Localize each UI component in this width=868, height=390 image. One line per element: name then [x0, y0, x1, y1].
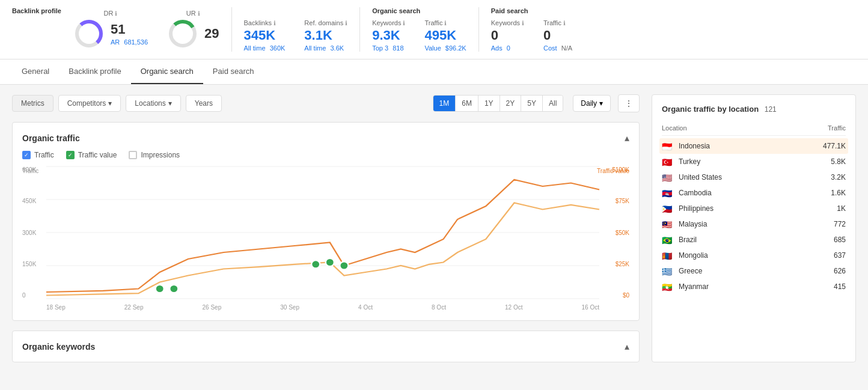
right-panel: Organic traffic by location 121 Location… [652, 94, 856, 362]
interval-button[interactable]: Daily ▾ [573, 95, 611, 112]
location-row-myanmar[interactable]: 🇲🇲 Myanmar 415 [662, 279, 846, 294]
location-name-mongolia: Mongolia [679, 251, 834, 260]
right-panel-title: Organic traffic by location [662, 105, 759, 114]
chart-area: 600K 450K 300K 150K 0 Traffic $100K $75K… [22, 166, 629, 311]
paid-traffic-value: 0 [543, 28, 572, 43]
nav-tabs: General Backlink profile Organic search … [0, 59, 868, 85]
traffic-value-checkbox[interactable]: ✓ [66, 151, 75, 159]
organic-keywords-metric: Keywords ℹ 9.3K Top 3 818 [372, 19, 405, 52]
location-row-us[interactable]: 🇺🇸 United States 3.2K [662, 169, 846, 185]
dr-info-icon[interactable]: ℹ [115, 10, 117, 17]
traffic-checkbox[interactable]: ✓ [22, 151, 31, 159]
ref-domains-metric: Ref. domains ℹ 3.1K All time 3.6K [304, 19, 347, 52]
chart-card: Organic traffic ▴ ✓ Traffic ✓ Traffic va… [12, 122, 640, 321]
location-row-mongolia[interactable]: 🇲🇳 Mongolia 637 [662, 248, 846, 263]
location-row-philippines[interactable]: 🇵🇭 Philippines 1K [662, 201, 846, 216]
impressions-filter[interactable]: Impressions [129, 151, 180, 159]
location-name-philippines: Philippines [679, 204, 837, 213]
right-panel-header: Organic traffic by location 121 [662, 105, 846, 114]
location-count: 121 [765, 105, 777, 114]
time-2y[interactable]: 2Y [500, 96, 522, 111]
top-bar: Backlink profile DR ℹ 51 AR [0, 0, 868, 59]
location-traffic-greece: 626 [834, 267, 846, 275]
location-row-cambodia[interactable]: 🇰🇭 Cambodia 1.6K [662, 185, 846, 201]
ur-info-icon[interactable]: ℹ [198, 10, 200, 17]
location-row-brazil[interactable]: 🇧🇷 Brazil 685 [662, 232, 846, 248]
metrics-button[interactable]: Metrics [12, 95, 53, 112]
left-panel: Metrics Competitors ▾ Locations ▾ Years … [12, 94, 640, 362]
organic-keywords-info-icon[interactable]: ℹ [403, 20, 405, 26]
time-all[interactable]: All [543, 96, 563, 111]
interval-chevron-icon: ▾ [599, 99, 603, 108]
organic-traffic-sub: Value $96.2K [424, 44, 466, 52]
backlinks-info-icon[interactable]: ℹ [274, 20, 276, 26]
y-axis-right-title: Traffic value [597, 168, 629, 174]
location-row-indonesia[interactable]: 🇮🇩 Indonesia 477.1K [659, 138, 848, 154]
backlinks-section: Backlinks ℹ 345K All time 360K Ref. doma… [244, 7, 348, 52]
more-options-button[interactable]: ⋮ [618, 94, 640, 112]
divider-1 [231, 7, 232, 52]
location-table: Location Traffic 🇮🇩 Indonesia 477.1K 🇹🇷 … [662, 121, 846, 294]
flag-us: 🇺🇸 [662, 173, 674, 181]
location-traffic-cambodia: 1.6K [831, 189, 846, 197]
time-1y[interactable]: 1Y [478, 96, 500, 111]
toolbar: Metrics Competitors ▾ Locations ▾ Years … [12, 94, 640, 112]
organic-search-header-section: Organic search Keywords ℹ 9.3K Top 3 818… [372, 7, 466, 52]
organic-keywords-sub: Top 3 818 [372, 44, 405, 52]
y-axis-left: 600K 450K 300K 150K 0 [22, 166, 36, 311]
flag-mongolia: 🇲🇳 [662, 251, 674, 260]
location-row-malaysia[interactable]: 🇲🇾 Malaysia 772 [662, 216, 846, 232]
impressions-checkbox[interactable] [129, 151, 137, 159]
chart-filters: ✓ Traffic ✓ Traffic value Impressions [22, 151, 629, 159]
competitors-chevron-icon: ▾ [108, 99, 112, 108]
svg-point-9 [156, 285, 164, 293]
keywords-header: Organic keywords ▴ [22, 341, 629, 352]
collapse-chart-button[interactable]: ▴ [625, 132, 629, 144]
location-row-turkey[interactable]: 🇹🇷 Turkey 5.8K [662, 154, 846, 169]
traffic-filter[interactable]: ✓ Traffic [22, 151, 54, 159]
paid-traffic-sub: Cost N/A [543, 44, 572, 52]
paid-keywords-sub: Ads 0 [491, 44, 524, 52]
time-5y[interactable]: 5Y [521, 96, 543, 111]
paid-search-title: Paid search [491, 7, 572, 14]
organic-traffic-info-icon[interactable]: ℹ [444, 20, 447, 26]
flag-turkey: 🇹🇷 [662, 157, 674, 166]
years-button[interactable]: Years [186, 95, 222, 112]
flag-cambodia: 🇰🇭 [662, 189, 674, 197]
location-traffic-mongolia: 637 [834, 251, 846, 260]
location-traffic-malaysia: 772 [834, 220, 846, 228]
location-name-malaysia: Malaysia [679, 220, 834, 228]
time-6m[interactable]: 6M [456, 96, 478, 111]
location-traffic-us: 3.2K [831, 173, 846, 181]
ur-metric: UR ℹ 29 [167, 10, 219, 49]
paid-keywords-info-icon[interactable]: ℹ [522, 20, 524, 26]
tab-paid-search[interactable]: Paid search [203, 59, 264, 84]
locations-button[interactable]: Locations ▾ [126, 95, 180, 112]
location-name-brazil: Brazil [679, 236, 834, 244]
backlinks-sub: All time 360K [244, 44, 286, 52]
time-1m[interactable]: 1M [433, 96, 456, 111]
location-row-greece[interactable]: 🇬🇷 Greece 626 [662, 263, 846, 279]
x-axis-labels: 18 Sep 22 Sep 26 Sep 30 Sep 4 Oct 8 Oct … [46, 304, 599, 311]
chart-header: Organic traffic ▴ [22, 132, 629, 144]
traffic-value-filter[interactable]: ✓ Traffic value [66, 151, 117, 159]
collapse-keywords-button[interactable]: ▴ [625, 341, 629, 352]
location-name-myanmar: Myanmar [679, 282, 834, 291]
competitors-button[interactable]: Competitors ▾ [58, 95, 121, 112]
location-name-cambodia: Cambodia [679, 189, 831, 197]
tab-general[interactable]: General [12, 59, 59, 84]
section-title-backlink: Backlink profile [12, 7, 61, 14]
flag-indonesia: 🇮🇩 [662, 142, 674, 150]
svg-point-13 [340, 261, 348, 269]
ref-domains-info-icon[interactable]: ℹ [345, 20, 347, 26]
tab-organic-search[interactable]: Organic search [131, 59, 203, 84]
tab-backlink-profile[interactable]: Backlink profile [59, 59, 130, 84]
paid-traffic-metric: Traffic ℹ 0 Cost N/A [543, 19, 572, 52]
organic-traffic-metric: Traffic ℹ 495K Value $96.2K [424, 19, 466, 52]
locations-chevron-icon: ▾ [168, 99, 172, 108]
paid-traffic-info-icon[interactable]: ℹ [563, 20, 566, 26]
chart-svg [46, 166, 599, 299]
location-traffic-turkey: 5.8K [831, 157, 846, 166]
divider-2 [359, 7, 360, 52]
flag-myanmar: 🇲🇲 [662, 282, 674, 291]
